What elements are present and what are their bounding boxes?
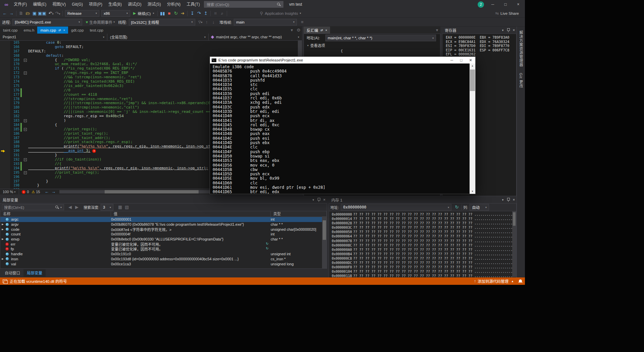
save-icon[interactable]: ▣ <box>31 10 38 16</box>
memory-row[interactable]: 0x000000A0?? ?? ?? ?? ?? ?? ?? ?? ?? ?? … <box>332 248 516 252</box>
console-minimize-button[interactable]: ─ <box>447 57 457 63</box>
fold-collapse-icon[interactable]: − <box>24 158 27 161</box>
console-close-button[interactable]: ✕ <box>466 57 475 63</box>
expander-icon[interactable]: ▶ <box>0 228 5 231</box>
expander-icon[interactable]: ▶ <box>0 258 5 260</box>
restart-icon[interactable]: ↻ <box>172 10 179 16</box>
scrollbar-thumb[interactable] <box>323 220 326 240</box>
promote-tab-icon[interactable]: ⇄ <box>321 29 323 32</box>
tool-tab-局部变量[interactable]: 局部变量 <box>23 269 46 277</box>
account-avatar[interactable]: 2 <box>478 1 484 8</box>
console-window[interactable]: E:\vs code program\vm test\Release\Proje… <box>210 56 476 194</box>
memory-scrollbar[interactable] <box>512 211 516 277</box>
pin-icon[interactable] <box>317 197 320 202</box>
column-header-2[interactable]: 类型 <box>271 211 327 217</box>
menu-e[interactable]: 编辑(E) <box>30 0 49 9</box>
locals-search-input[interactable]: 搜索(Ctrl+E) ▾ <box>2 204 64 210</box>
menu-f[interactable]: 文件(F) <box>11 0 30 9</box>
console-title-bar[interactable]: E:\vs code program\vm test\Release\Proje… <box>210 57 475 63</box>
column-header-1[interactable]: 值 <box>111 211 271 217</box>
close-tab-icon[interactable]: × <box>325 29 327 32</box>
promote-tab-icon[interactable]: ⇄ <box>58 29 61 32</box>
scroll-left-icon[interactable]: ← <box>43 189 50 195</box>
undo-icon[interactable]: ↶▾ <box>48 10 54 16</box>
scroll-up-icon[interactable]: ▲ <box>470 63 475 68</box>
menu-gitg[interactable]: Git(G) <box>69 0 86 9</box>
error-count-icon[interactable]: × <box>22 190 25 194</box>
locals-row[interactable]: ▶code0x006ff7e4 <字符串中的字符无效。>unsigned cha… <box>0 227 327 232</box>
side-tab-Git更改[interactable]: Git 更改 <box>518 73 524 88</box>
step-into-icon[interactable]: ↧ <box>189 10 196 16</box>
locals-row[interactable]: argc0x00000001int <box>0 217 327 222</box>
navigate-back-icon[interactable]: ← <box>1 10 8 16</box>
pin-icon[interactable] <box>507 197 510 202</box>
zoom-dropdown[interactable]: 100 % <box>3 190 13 194</box>
next-frame-icon[interactable]: ↓ <box>210 19 217 25</box>
flag-icon[interactable]: ▦ <box>117 204 123 210</box>
menu-v[interactable]: 视图(V) <box>49 0 69 9</box>
scrollbar-thumb[interactable] <box>470 70 475 91</box>
memory-address-input[interactable]: 0x00000000▾ <box>341 204 451 211</box>
memory-row[interactable]: 0x000000DC?? ?? ?? ?? ?? ?? ?? ?? ?? ?? … <box>332 261 516 265</box>
new-file-icon[interactable]: 🗎 <box>18 10 24 16</box>
locals-row[interactable]: ▶envp0x00b8ebc0 {0x00b90330 "ALLUSERSPRO… <box>0 237 327 242</box>
memory-row[interactable]: 0x000000B4?? ?? ?? ?? ?? ?? ?? ?? ?? ?? … <box>332 252 516 256</box>
stack-frame-combo[interactable]: main▾ <box>234 19 297 26</box>
window-position-icon[interactable]: ▾ <box>500 29 505 32</box>
toolbar-overflow-icon[interactable]: ≡ <box>299 19 306 25</box>
scrollbar-thumb[interactable] <box>513 212 516 226</box>
memory-columns-combo[interactable]: 自动▾ <box>470 204 489 211</box>
close-panel-icon[interactable]: ✕ <box>511 198 517 202</box>
tab-test-cpp[interactable]: test.cpp <box>87 27 106 34</box>
configuration-combo[interactable]: Release▾ <box>65 10 99 17</box>
tab-disassembly[interactable]: 反汇编⇄× <box>304 27 330 34</box>
memory-row[interactable]: 0x00000000?? ?? ?? ?? ?? ?? ?? ?? ?? ?? … <box>332 212 516 217</box>
expander-icon[interactable]: ▶ <box>0 223 5 226</box>
scroll-right-icon[interactable]: → <box>50 189 57 195</box>
tab-emu-h[interactable]: emu.h <box>20 27 37 34</box>
menu-n[interactable]: 分析(N) <box>164 0 184 9</box>
menu-b[interactable]: 生成(B) <box>105 0 125 9</box>
memory-row[interactable]: 0x00000078?? ?? ?? ?? ?? ?? ?? ?? ?? ?? … <box>332 239 516 243</box>
memory-row[interactable]: 0x000000C8?? ?? ?? ?? ?? ?? ?? ?? ?? ?? … <box>332 256 516 261</box>
search-prev-icon[interactable]: ◀ <box>67 204 73 210</box>
locals-row[interactable]: ▶argv0x00b86070 {0x00b86078 "E:\\vs code… <box>0 222 327 227</box>
locals-row[interactable]: handle0x00c191c0unsigned int <box>0 252 327 257</box>
live-share-button[interactable]: ⇋ Live Share <box>494 10 519 16</box>
open-file-icon[interactable]: 🗁 <box>24 10 31 16</box>
notification-bell-icon[interactable] <box>519 279 522 283</box>
thread-combo[interactable]: [0x152C] 主线程▾ <box>129 19 195 26</box>
memory-row[interactable]: 0x00000064?? ?? ?? ?? ?? ?? ?? ?? ?? ?? … <box>332 234 516 238</box>
code-map-icon[interactable]: ⌗ <box>212 10 219 16</box>
memory-row[interactable]: 0x00000104?? ?? ?? ?? ?? ?? ?? ?? ?? ?? … <box>332 269 516 274</box>
locals-row[interactable]: ▶insn0x00c193d8 {id=0x00000093 address=0… <box>0 257 327 262</box>
menu-s[interactable]: 测试(S) <box>145 0 164 9</box>
fold-collapse-icon[interactable]: − <box>24 72 27 75</box>
fold-collapse-icon[interactable]: − <box>24 59 27 62</box>
step-over-icon[interactable]: ↷ <box>196 10 202 16</box>
platform-combo[interactable]: x86▾ <box>101 10 130 17</box>
locals-row[interactable]: val0x00ce1ca3unsigned long <box>0 261 327 266</box>
fold-collapse-icon[interactable]: − <box>24 128 27 131</box>
continue-button[interactable]: ▶ 继续(C) ▾ <box>131 10 156 17</box>
layout-icon[interactable]: ▧ <box>123 204 130 210</box>
column-header-0[interactable]: 名称 <box>0 211 111 217</box>
scroll-down-icon[interactable]: ▼ <box>470 189 475 194</box>
source-control-button[interactable]: 添加到源代码管理 <box>478 278 508 284</box>
menu-p[interactable]: 项目(P) <box>86 0 105 9</box>
locals-row[interactable]: ×fp变量已被优化掉，因而不可用。↻ <box>0 247 327 252</box>
close-panel-icon[interactable]: ✕ <box>511 29 517 32</box>
close-panel-icon[interactable]: ✕ <box>322 198 327 202</box>
viewing-options-expander[interactable]: ▾查看选项 <box>307 43 325 48</box>
quick-search-box[interactable]: 搜索 (Ctrl+Q) <box>204 1 283 8</box>
scope-dropdown[interactable]: (全局范围)▾ <box>107 34 209 40</box>
tab-main-cpp[interactable]: main.cpp⇄× <box>37 27 68 34</box>
maximize-button[interactable]: □ <box>499 0 512 9</box>
locals-row[interactable]: ×err变量已被优化掉，因而不可用。↻ <box>0 241 327 247</box>
member-dropdown[interactable]: main(int argc, char ** argv, char ** env… <box>209 34 302 40</box>
warning-icon[interactable]: ⚠ <box>32 190 35 194</box>
locals-scrollbar[interactable] <box>322 216 327 268</box>
show-next-statement-icon[interactable]: ➔ <box>179 10 186 16</box>
tab-taint-cpp[interactable]: taint.cpp <box>0 27 20 34</box>
memory-row[interactable]: 0x000000F0?? ?? ?? ?? ?? ?? ?? ?? ?? ?? … <box>332 265 516 269</box>
